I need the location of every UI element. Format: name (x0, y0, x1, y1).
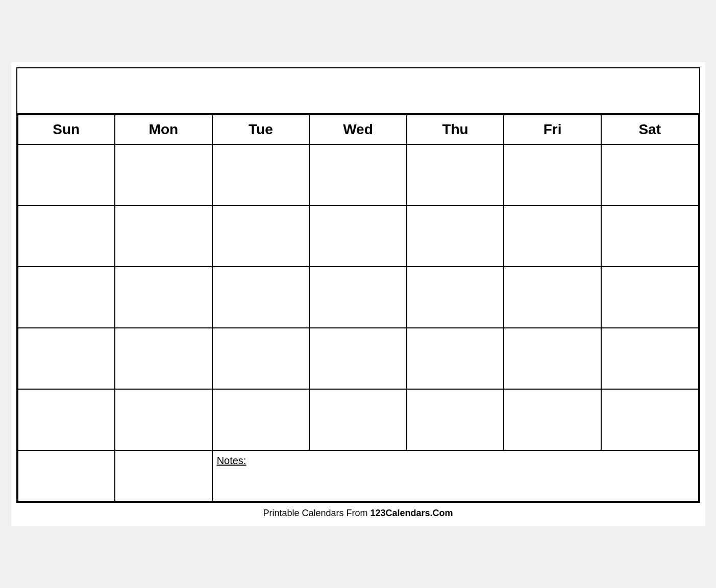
week-row-4 (18, 328, 699, 389)
cell-2-5 (407, 206, 504, 267)
cell-4-6 (504, 328, 601, 389)
footer-text-normal: Printable Calendars From (263, 508, 370, 518)
notes-cell: Notes: (212, 450, 699, 501)
calendar-grid: Sun Mon Tue Wed Thu Fri Sat (17, 114, 699, 502)
cell-4-5 (407, 328, 504, 389)
cell-5-5 (407, 389, 504, 450)
calendar-container: Sun Mon Tue Wed Thu Fri Sat (16, 67, 700, 503)
week-row-2 (18, 206, 699, 267)
cell-5-6 (504, 389, 601, 450)
week-row-1 (18, 144, 699, 206)
cell-2-1 (18, 206, 115, 267)
day-header-wed: Wed (309, 115, 407, 144)
day-header-sun: Sun (18, 115, 115, 144)
cell-3-3 (212, 267, 310, 328)
notes-row: Notes: (18, 450, 699, 501)
cell-1-2 (115, 144, 212, 206)
cell-3-4 (309, 267, 407, 328)
cell-2-6 (504, 206, 601, 267)
notes-empty-1 (18, 450, 115, 501)
footer-text-bold: 123Calendars.Com (371, 508, 453, 518)
header-row: Sun Mon Tue Wed Thu Fri Sat (18, 115, 699, 144)
day-header-thu: Thu (407, 115, 504, 144)
cell-5-4 (309, 389, 407, 450)
cell-5-7 (601, 389, 699, 450)
cell-4-1 (18, 328, 115, 389)
cell-2-3 (212, 206, 310, 267)
week-row-5 (18, 389, 699, 450)
cell-5-2 (115, 389, 212, 450)
cell-5-3 (212, 389, 310, 450)
cell-5-1 (18, 389, 115, 450)
day-header-mon: Mon (115, 115, 212, 144)
day-header-sat: Sat (601, 115, 699, 144)
footer: Printable Calendars From 123Calendars.Co… (16, 503, 700, 521)
page-wrapper: Sun Mon Tue Wed Thu Fri Sat (11, 62, 705, 526)
notes-empty-2 (115, 450, 212, 501)
cell-1-4 (309, 144, 407, 206)
cell-2-2 (115, 206, 212, 267)
cell-3-6 (504, 267, 601, 328)
week-row-3 (18, 267, 699, 328)
cell-2-4 (309, 206, 407, 267)
cell-1-1 (18, 144, 115, 206)
cell-4-3 (212, 328, 310, 389)
cell-4-7 (601, 328, 699, 389)
notes-label: Notes: (217, 455, 246, 466)
cell-3-7 (601, 267, 699, 328)
cell-4-4 (309, 328, 407, 389)
cell-1-5 (407, 144, 504, 206)
day-header-tue: Tue (212, 115, 310, 144)
title-row (17, 68, 699, 114)
cell-3-2 (115, 267, 212, 328)
cell-2-7 (601, 206, 699, 267)
cell-3-1 (18, 267, 115, 328)
cell-3-5 (407, 267, 504, 328)
cell-1-6 (504, 144, 601, 206)
cell-1-3 (212, 144, 310, 206)
cell-4-2 (115, 328, 212, 389)
day-header-fri: Fri (504, 115, 601, 144)
cell-1-7 (601, 144, 699, 206)
